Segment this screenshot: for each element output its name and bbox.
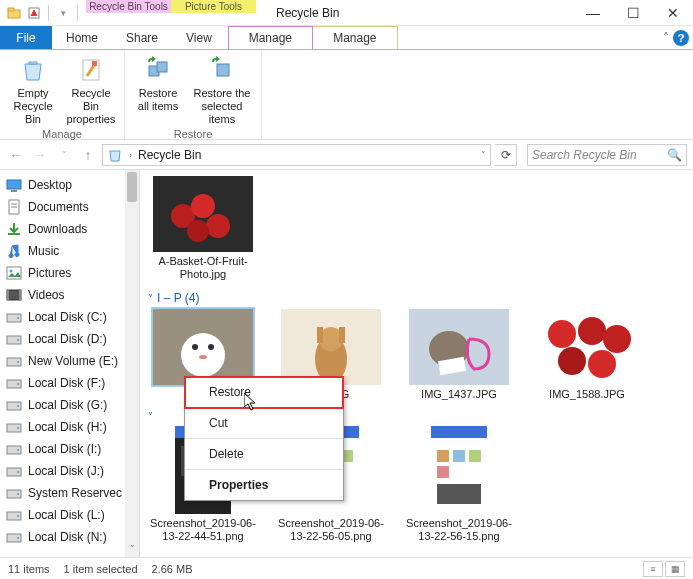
help-icon[interactable]: ? bbox=[673, 30, 689, 46]
chevron-down-icon: ˅ bbox=[148, 411, 153, 422]
svg-point-15 bbox=[10, 270, 13, 273]
sidebar-item[interactable]: Videos bbox=[0, 284, 139, 306]
contextual-tab-header: Picture Tools bbox=[171, 0, 256, 13]
address-dropdown-icon[interactable]: ˅ bbox=[481, 150, 486, 160]
sidebar-item-label: Videos bbox=[28, 288, 64, 302]
scroll-thumb[interactable] bbox=[127, 172, 137, 202]
tab-manage-recycle-bin[interactable]: Manage bbox=[228, 26, 313, 49]
forward-button[interactable]: → bbox=[30, 145, 50, 165]
sidebar-item[interactable]: Music bbox=[0, 240, 139, 262]
tab-home[interactable]: Home bbox=[52, 26, 112, 49]
recycle-bin-properties-button[interactable]: Recycle Bin properties bbox=[62, 52, 120, 128]
restore-all-items-button[interactable]: Restore all items bbox=[129, 52, 187, 128]
items-row: A-Basket-Of-Fruit-Photo.jpg bbox=[148, 176, 685, 281]
svg-point-24 bbox=[17, 361, 19, 363]
ribbon: Empty Recycle Bin Recycle Bin properties… bbox=[0, 50, 693, 140]
file-item[interactable]: A-Basket-Of-Fruit-Photo.jpg bbox=[148, 176, 258, 281]
search-input[interactable]: Search Recycle Bin 🔍 bbox=[527, 144, 687, 166]
tab-view[interactable]: View bbox=[172, 26, 226, 49]
search-icon: 🔍 bbox=[667, 148, 682, 162]
svg-rect-55 bbox=[339, 327, 345, 343]
svg-rect-6 bbox=[157, 62, 167, 72]
main: DesktopDocumentsDownloadsMusicPicturesVi… bbox=[0, 170, 693, 557]
sidebar-item[interactable]: Downloads bbox=[0, 218, 139, 240]
file-item[interactable]: IMG_1588.JPG bbox=[532, 309, 642, 401]
sidebar-item[interactable]: Local Disk (C:) bbox=[0, 306, 139, 328]
empty-recycle-bin-button[interactable]: Empty Recycle Bin bbox=[4, 52, 62, 128]
file-label: Screenshot_2019-06-13-22-56-05.png bbox=[276, 517, 386, 543]
group-header[interactable]: ˅I – P (4) bbox=[148, 291, 685, 305]
svg-rect-1 bbox=[8, 8, 14, 11]
properties-icon[interactable] bbox=[26, 5, 42, 21]
disk-icon bbox=[6, 331, 22, 347]
collapse-ribbon-icon[interactable]: ˄ bbox=[663, 31, 669, 45]
context-menu-item-delete[interactable]: Delete bbox=[185, 439, 343, 470]
sidebar-item[interactable]: Pictures bbox=[0, 262, 139, 284]
breadcrumb[interactable]: Recycle Bin bbox=[138, 148, 201, 162]
svg-point-34 bbox=[17, 471, 19, 473]
sidebar-item-label: Local Disk (I:) bbox=[28, 442, 101, 456]
context-menu-item-cut[interactable]: Cut bbox=[185, 408, 343, 439]
sidebar-scrollbar[interactable]: ˅ bbox=[125, 170, 139, 557]
sidebar-item[interactable]: Local Disk (D:) bbox=[0, 328, 139, 350]
overflow-icon[interactable]: ▾ bbox=[55, 5, 71, 21]
up-button[interactable]: ↑ bbox=[78, 145, 98, 165]
sidebar-item[interactable]: Local Disk (J:) bbox=[0, 460, 139, 482]
sidebar-item[interactable]: Local Disk (F:) bbox=[0, 372, 139, 394]
restore-selected-items-button[interactable]: Restore the selected items bbox=[187, 52, 257, 128]
back-button[interactable]: ← bbox=[6, 145, 26, 165]
sidebar-item[interactable]: Local Disk (I:) bbox=[0, 438, 139, 460]
sidebar-item[interactable]: Local Disk (H:) bbox=[0, 416, 139, 438]
recycle-bin-icon bbox=[107, 147, 123, 163]
music-icon bbox=[6, 243, 22, 259]
sidebar-item[interactable]: Desktop bbox=[0, 174, 139, 196]
details-view-button[interactable]: ≡ bbox=[643, 561, 663, 577]
context-menu-item-restore[interactable]: Restore bbox=[185, 377, 343, 408]
properties-icon bbox=[77, 56, 105, 84]
minimize-button[interactable]: — bbox=[573, 0, 613, 26]
file-item[interactable]: IMG_1437.JPG bbox=[404, 309, 514, 401]
disk-icon bbox=[6, 397, 22, 413]
sidebar-item[interactable]: System Reservec bbox=[0, 482, 139, 504]
disk-icon bbox=[6, 309, 22, 325]
disk-icon bbox=[6, 463, 22, 479]
tab-file[interactable]: File bbox=[0, 26, 52, 49]
tab-manage-picture[interactable]: Manage bbox=[313, 26, 398, 49]
svg-point-22 bbox=[17, 339, 19, 341]
status-selection: 1 item selected bbox=[64, 563, 138, 575]
refresh-button[interactable]: ⟳ bbox=[495, 144, 517, 166]
thumbnail bbox=[537, 309, 637, 385]
close-button[interactable]: ✕ bbox=[653, 0, 693, 26]
breadcrumb-chevron-icon[interactable]: › bbox=[129, 150, 132, 160]
contextual-tab-header: Recycle Bin Tools bbox=[86, 0, 171, 13]
ribbon-group-manage: Empty Recycle Bin Recycle Bin properties… bbox=[0, 50, 125, 139]
sidebar-item[interactable]: Local Disk (N:) bbox=[0, 526, 139, 548]
svg-point-38 bbox=[17, 515, 19, 517]
disk-icon bbox=[6, 353, 22, 369]
context-menu-item-properties[interactable]: Properties bbox=[185, 470, 343, 500]
svg-rect-14 bbox=[7, 267, 21, 279]
context-menu: Restore Cut Delete Properties bbox=[184, 376, 344, 501]
svg-rect-77 bbox=[453, 450, 465, 462]
maximize-button[interactable]: ☐ bbox=[613, 0, 653, 26]
svg-rect-7 bbox=[217, 64, 229, 76]
restore-all-icon bbox=[144, 56, 172, 84]
svg-rect-80 bbox=[437, 484, 481, 504]
file-item[interactable]: Screenshot_2019-06-13-22-56-15.png bbox=[404, 426, 514, 543]
sidebar-item[interactable]: Local Disk (L:) bbox=[0, 504, 139, 526]
tab-share[interactable]: Share bbox=[112, 26, 172, 49]
scroll-down-icon[interactable]: ˅ bbox=[126, 544, 138, 556]
sidebar-item[interactable]: Local Disk (G:) bbox=[0, 394, 139, 416]
folder-icon[interactable] bbox=[6, 5, 22, 21]
icons-view-button[interactable]: ▦ bbox=[665, 561, 685, 577]
sidebar-item[interactable]: New Volume (E:) bbox=[0, 350, 139, 372]
sidebar-item-label: System Reservec bbox=[28, 486, 122, 500]
svg-point-60 bbox=[548, 320, 576, 348]
address-bar[interactable]: › Recycle Bin ˅ bbox=[102, 144, 491, 166]
recent-locations-button[interactable]: ˅ bbox=[54, 145, 74, 165]
sidebar-item-label: Music bbox=[28, 244, 59, 258]
svg-rect-54 bbox=[317, 327, 323, 343]
sidebar-item[interactable]: Documents bbox=[0, 196, 139, 218]
svg-point-32 bbox=[17, 449, 19, 451]
svg-rect-18 bbox=[19, 290, 21, 300]
